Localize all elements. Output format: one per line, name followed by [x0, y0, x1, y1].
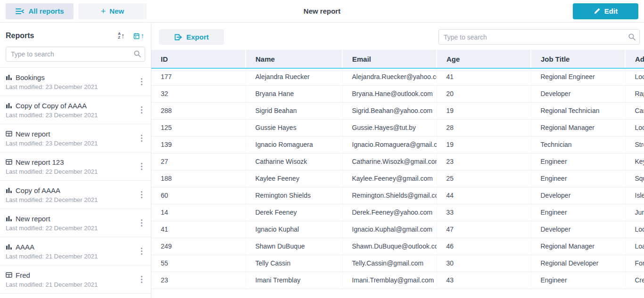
- table-row[interactable]: 55Telly CassinTelly.Cassin@gmail.com30Re…: [151, 255, 644, 272]
- table-cell-email: Derek.Feeney@yahoo.com: [342, 204, 437, 221]
- table-cell-email: Remington.Shields@gmail.com: [342, 187, 437, 204]
- table-cell-name: Imani Tremblay: [246, 272, 342, 289]
- table-cell-job: Engineer: [531, 153, 625, 170]
- sidebar-header: Reports A Z ↑ ↑: [0, 23, 151, 46]
- kebab-menu-icon[interactable]: [137, 104, 146, 116]
- table-cell-address: For: [625, 255, 644, 272]
- table-cell-address: Squ: [625, 170, 644, 187]
- table-row[interactable]: 27Catharine WisozkCatharine.Wisozk@gmail…: [151, 153, 644, 170]
- table-cell-id: 125: [151, 119, 246, 136]
- sidebar-search-input[interactable]: [6, 47, 145, 62]
- table-cell-age: 46: [437, 238, 531, 255]
- report-last-modified: Last modified: 22 December 2021: [6, 225, 137, 232]
- kebab-menu-icon[interactable]: [137, 75, 146, 88]
- sort-by-date-icon[interactable]: ↑: [133, 32, 145, 40]
- table-cell-id: 288: [151, 102, 246, 119]
- report-list-item[interactable]: New report 123 Last modified: 22 Decembe…: [0, 153, 151, 181]
- kebab-menu-icon[interactable]: [137, 245, 146, 258]
- table-cell-age: 23: [437, 153, 531, 170]
- table-cell-age: 19: [437, 136, 531, 153]
- kebab-menu-icon[interactable]: [137, 160, 146, 173]
- table-cell-id: 23: [151, 272, 246, 289]
- table-row[interactable]: 249Shawn DuBuqueShawn.DuBuque@outlook.co…: [151, 238, 644, 255]
- table-row[interactable]: 14Derek FeeneyDerek.Feeney@yahoo.com33En…: [151, 204, 644, 221]
- table-cell-age: 20: [437, 85, 531, 102]
- column-header[interactable]: Age: [437, 50, 531, 68]
- table-cell-name: Catharine Wisozk: [246, 153, 342, 170]
- bar-chart-icon: [6, 243, 12, 250]
- sidebar-search: [6, 47, 145, 62]
- table-header-row: IDNameEmailAgeJob TitleAddress: [151, 50, 644, 68]
- table-cell-age: 30: [437, 255, 531, 272]
- report-last-modified: Last modified: 21 December 2021: [6, 253, 137, 260]
- table-cell-id: 249: [151, 238, 246, 255]
- table-cell-address: Cre: [625, 272, 644, 289]
- table-cell-name: Ignacio Kuphal: [246, 221, 342, 238]
- column-header[interactable]: Email: [342, 50, 437, 68]
- table-cell-age: 25: [437, 170, 531, 187]
- data-table-container: IDNameEmailAgeJob TitleAddress 177Alejan…: [151, 50, 644, 298]
- report-list-item[interactable]: AAAA Last modified: 21 December 2021: [0, 237, 151, 266]
- table-row[interactable]: 125Gussie HayesGussie.Hayes@tut.by28Regi…: [151, 119, 644, 136]
- report-list-item[interactable]: New report Last modified: 22 December 20…: [0, 209, 151, 237]
- table-row[interactable]: 288Sigrid BeahanSigrid.Beahan@yahoo.com1…: [151, 102, 644, 119]
- export-button[interactable]: Export: [159, 29, 224, 45]
- new-label: New: [109, 7, 124, 15]
- kebab-menu-icon[interactable]: [137, 217, 146, 229]
- table-cell-email: Shawn.DuBuque@outlook.com: [342, 238, 437, 255]
- table-cell-name: Alejandra Ruecker: [246, 68, 342, 85]
- table-row[interactable]: 41Ignacio KuphalIgnacio.Kuphal@gmail.com…: [151, 221, 644, 238]
- sort-alphabetical-icon[interactable]: A Z ↑: [118, 32, 124, 40]
- bar-chart-icon: [6, 215, 12, 222]
- table-cell-email: Telly.Cassin@gmail.com: [342, 255, 437, 272]
- table-cell-name: Shawn DuBuque: [246, 238, 342, 255]
- main-toolbar: Export: [151, 23, 644, 50]
- column-header[interactable]: ID: [151, 50, 246, 68]
- report-list-item[interactable]: New report Last modified: 23 December 20…: [0, 124, 151, 153]
- table-row[interactable]: 60Remington ShieldsRemington.Shields@gma…: [151, 187, 644, 204]
- table-row[interactable]: 139Ignacio RomagueraIgnacio.Romaguera@gm…: [151, 136, 644, 153]
- top-bar: All reports + New New report Edit: [0, 0, 644, 23]
- report-title: New report: [16, 130, 50, 138]
- table-row[interactable]: 177Alejandra RueckerAlejandra.Ruecker@ya…: [151, 68, 644, 85]
- search-icon: [628, 33, 636, 41]
- sidebar-title: Reports: [6, 32, 109, 40]
- table-cell-job: Regional Manager: [531, 238, 625, 255]
- table-cell-job: Regional Engineer: [531, 68, 625, 85]
- table-cell-job: Developer: [531, 221, 625, 238]
- edit-button[interactable]: Edit: [573, 3, 638, 19]
- main-content: Export IDNameEmailAgeJob TitleAddress 17…: [151, 23, 644, 298]
- edit-label: Edit: [604, 7, 618, 15]
- column-header[interactable]: Job Title: [531, 50, 625, 68]
- page-title: New report: [304, 7, 340, 15]
- plus-icon: +: [101, 7, 106, 16]
- table-cell-job: Engineer: [531, 204, 625, 221]
- table-cell-email: Ignacio.Romaguera@gmail.com: [342, 136, 437, 153]
- report-list-item[interactable]: Copy of Copy of AAAA Last modified: 23 D…: [0, 96, 151, 124]
- kebab-menu-icon[interactable]: [137, 273, 146, 286]
- kebab-menu-icon[interactable]: [137, 132, 146, 145]
- table-cell-address: Loc: [625, 119, 644, 136]
- new-report-button[interactable]: + New: [78, 3, 147, 19]
- table-cell-job: Developer: [531, 187, 625, 204]
- table-row[interactable]: 188Kaylee FeeneyKaylee.Feeney@gmail.com2…: [151, 170, 644, 187]
- kebab-menu-icon[interactable]: [137, 188, 146, 201]
- all-reports-label: All reports: [28, 7, 64, 15]
- column-header[interactable]: Address: [625, 50, 644, 68]
- column-header[interactable]: Name: [246, 50, 342, 68]
- table-cell-address: Key: [625, 153, 644, 170]
- report-list-item[interactable]: Fred Last modified: 21 December 2021: [0, 266, 151, 294]
- table-cell-age: 43: [437, 272, 531, 289]
- report-list-item[interactable]: Copy of AAAA Last modified: 22 December …: [0, 181, 151, 209]
- table-row[interactable]: 23Imani TremblayImani.Tremblay@gmail.com…: [151, 272, 644, 289]
- table-search-input[interactable]: [438, 29, 640, 45]
- all-reports-button[interactable]: All reports: [6, 3, 74, 19]
- table-cell-name: Kaylee Feeney: [246, 170, 342, 187]
- table-cell-name: Gussie Hayes: [246, 119, 342, 136]
- table-cell-address: Loc: [625, 221, 644, 238]
- table-cell-address: Car: [625, 102, 644, 119]
- pencil-icon: [594, 8, 601, 15]
- table-row[interactable]: 32Bryana HaneBryana.Hane@outlook.com20De…: [151, 85, 644, 102]
- report-list-item[interactable]: Bookings Last modified: 23 December 2021: [0, 68, 151, 96]
- bar-chart-icon: [6, 102, 12, 109]
